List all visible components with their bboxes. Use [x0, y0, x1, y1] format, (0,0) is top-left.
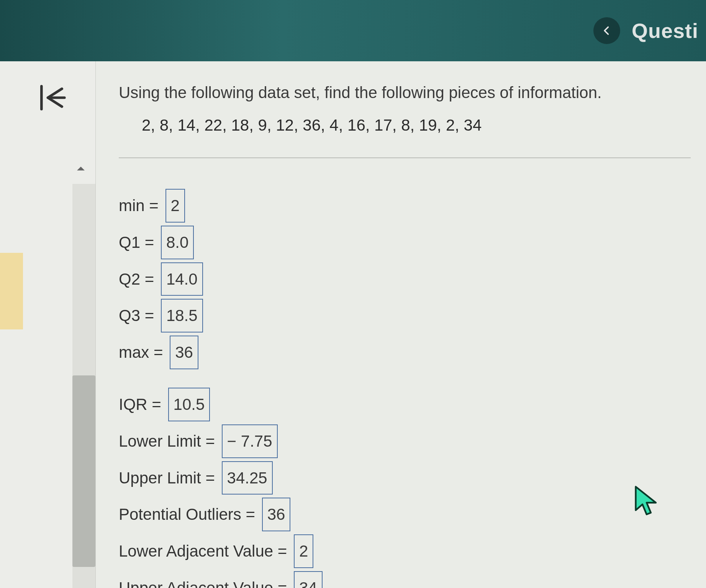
question-content: Using the following data set, find the f…: [96, 61, 706, 588]
answer-input-lower-limit[interactable]: − 7.75: [222, 424, 278, 458]
left-rail: [0, 61, 96, 588]
page-body: Using the following data set, find the f…: [0, 61, 706, 588]
answer-input-min[interactable]: 2: [165, 189, 185, 223]
answer-input-lower-adjacent[interactable]: 2: [294, 534, 313, 568]
answer-row-q2: Q2 = 14.0: [119, 262, 691, 296]
question-highlight-marker: [0, 253, 23, 329]
scroll-up-button[interactable]: [69, 157, 92, 180]
answer-label: Lower Limit =: [119, 426, 219, 457]
answer-label: Upper Adjacent Value =: [119, 573, 292, 588]
question-dataset: 2, 8, 14, 22, 18, 9, 12, 36, 4, 16, 17, …: [142, 116, 691, 134]
answer-input-upper-limit[interactable]: 34.25: [222, 461, 273, 495]
app-header: Questi: [0, 0, 706, 61]
answer-row-upper-adjacent: Upper Adjacent Value = 34: [119, 571, 691, 588]
answer-input-q3[interactable]: 18.5: [161, 299, 203, 332]
answer-label: Q2 =: [119, 264, 159, 295]
answer-label: Upper Limit =: [119, 463, 219, 493]
answer-row-q3: Q3 = 18.5: [119, 299, 691, 332]
answer-input-q2[interactable]: 14.0: [161, 262, 203, 296]
answer-label: Potential Outliers =: [119, 499, 260, 530]
question-prompt: Using the following data set, find the f…: [119, 80, 691, 105]
answer-row-potential-outliers: Potential Outliers = 36: [119, 498, 691, 531]
scrollbar-thumb[interactable]: [72, 375, 95, 567]
answer-input-q1[interactable]: 8.0: [161, 226, 194, 259]
answer-label: max =: [119, 337, 167, 368]
answer-label: Lower Adjacent Value =: [119, 536, 292, 567]
section-divider: [119, 157, 691, 158]
header-title: Questi: [632, 19, 698, 43]
chevron-left-icon: [601, 25, 612, 36]
nav-back-button[interactable]: [593, 17, 620, 44]
answer-input-upper-adjacent[interactable]: 34: [294, 571, 323, 588]
answer-row-max: max = 36: [119, 336, 691, 369]
answer-input-max[interactable]: 36: [170, 336, 198, 369]
answer-label: min =: [119, 190, 163, 221]
answer-row-iqr: IQR = 10.5: [119, 388, 691, 421]
answer-input-iqr[interactable]: 10.5: [168, 388, 210, 421]
answers-block: min = 2 Q1 = 8.0 Q2 = 14.0 Q3 = 18.5 max…: [119, 189, 691, 588]
answer-label: Q3 =: [119, 300, 159, 331]
answer-row-lower-limit: Lower Limit = − 7.75: [119, 424, 691, 458]
collapse-left-icon: [36, 82, 67, 113]
answer-row-lower-adjacent: Lower Adjacent Value = 2: [119, 534, 691, 568]
answer-row-q1: Q1 = 8.0: [119, 226, 691, 259]
answer-row-upper-limit: Upper Limit = 34.25: [119, 461, 691, 495]
collapse-panel-button[interactable]: [34, 80, 69, 115]
answer-input-potential-outliers[interactable]: 36: [262, 498, 291, 531]
answer-label: IQR =: [119, 389, 166, 420]
answer-row-min: min = 2: [119, 189, 691, 223]
caret-up-icon: [75, 163, 87, 174]
answer-label: Q1 =: [119, 227, 159, 258]
